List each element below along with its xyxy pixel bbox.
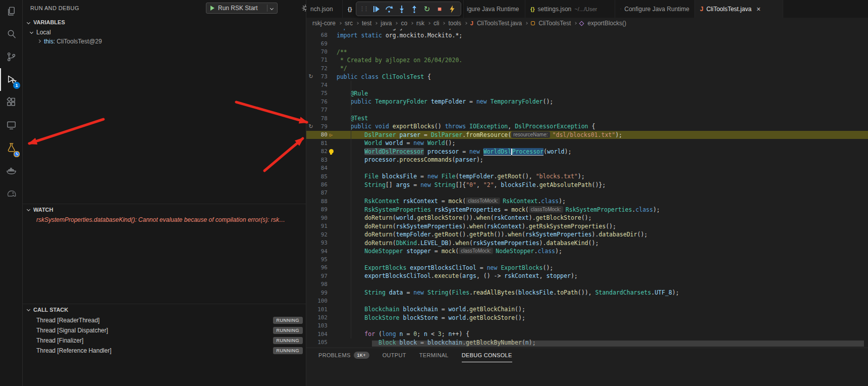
step-into-button[interactable] xyxy=(396,4,407,15)
line-number[interactable]: 78 xyxy=(315,115,328,122)
code-line-80[interactable]: 80▷DslParser parser = DslParser.fromReso… xyxy=(306,131,868,139)
call-stack-thread-row[interactable]: Thread [Reference Handler] RUNNING xyxy=(23,346,306,356)
code-line-97[interactable]: 97exportBlocksCliTool.execute(args, () -… xyxy=(306,272,868,280)
line-number[interactable]: 72 xyxy=(315,65,328,72)
activity-remote-explorer[interactable] xyxy=(0,114,22,136)
line-number[interactable]: 97 xyxy=(315,273,328,279)
code-line-85[interactable]: 85File blocksFile = new File(tempFolder.… xyxy=(306,172,868,180)
scope-local-row[interactable]: Local xyxy=(23,27,306,37)
restart-button[interactable]: ↻ xyxy=(421,4,432,15)
line-number[interactable]: 68 xyxy=(315,32,328,38)
line-number[interactable]: 89 xyxy=(315,206,328,213)
step-out-button[interactable] xyxy=(409,4,420,15)
line-number[interactable]: 96 xyxy=(315,264,328,271)
call-stack-section-header[interactable]: CALL STACK xyxy=(23,304,306,315)
tab-launch-json[interactable]: nch.json xyxy=(306,0,343,18)
drag-handle[interactable]: ⋮⋮ xyxy=(359,6,367,12)
line-number[interactable]: 69 xyxy=(315,40,328,47)
code-line-88[interactable]: 88RskContext rskContext = mock(classToMo… xyxy=(306,197,868,205)
tab-configure-java-runtime-2[interactable]: Configure Java Runtime xyxy=(615,0,695,18)
code-editor[interactable]: 67import static org.junit.Assert.*;68imp… xyxy=(306,29,868,348)
panel-tab-problems[interactable]: PROBLEMS 1K+ xyxy=(318,348,369,362)
code-line-98[interactable]: 98 xyxy=(306,280,868,288)
line-number[interactable]: 95 xyxy=(315,256,328,263)
code-line-92[interactable]: 92doReturn(tempFolder.getRoot().getPath(… xyxy=(306,230,868,238)
lightbulb-icon[interactable] xyxy=(329,149,334,154)
code-line-70[interactable]: 70/** xyxy=(306,47,868,56)
breadcrumb-symbol[interactable]: CliToolsTest xyxy=(538,20,571,27)
hot-code-replace-button[interactable] xyxy=(447,4,458,15)
breadcrumb-item[interactable]: test xyxy=(362,20,371,27)
code-line-71[interactable]: 71 * Created by ajlopez on 26/04/2020. xyxy=(306,56,868,64)
stop-button[interactable]: ■ xyxy=(434,4,445,15)
line-number[interactable]: 80 xyxy=(315,131,328,138)
line-number[interactable]: 73 xyxy=(315,73,328,80)
code-line-91[interactable]: 91doReturn(rskSystemProperties).when(rsk… xyxy=(306,222,868,230)
breadcrumb-item[interactable]: rsk xyxy=(416,20,424,27)
line-number[interactable]: 91 xyxy=(315,223,328,229)
line-number[interactable]: 77 xyxy=(315,107,328,113)
close-icon[interactable]: × xyxy=(756,5,761,13)
line-number[interactable]: 82 xyxy=(315,148,328,155)
code-line-79[interactable]: ↻79public void exportBlocks() throws IOE… xyxy=(306,122,868,130)
activity-extensions[interactable] xyxy=(0,91,22,114)
continue-button[interactable] xyxy=(371,4,382,15)
line-number[interactable]: 104 xyxy=(315,331,328,337)
variables-section-header[interactable]: VARIABLES xyxy=(23,17,306,28)
activity-gradle[interactable] xyxy=(0,182,22,205)
line-number[interactable]: 83 xyxy=(315,157,328,163)
code-line-74[interactable]: 74 xyxy=(306,81,868,89)
code-line-93[interactable]: 93doReturn(DbKind.LEVEL_DB).when(rskSyst… xyxy=(306,238,868,247)
breadcrumb-item[interactable]: rskj-core xyxy=(312,20,336,27)
line-number[interactable]: 92 xyxy=(315,231,328,238)
line-number[interactable]: 71 xyxy=(315,57,328,63)
line-number[interactable]: 88 xyxy=(315,198,328,205)
line-number[interactable]: 74 xyxy=(315,82,328,88)
line-number[interactable]: 94 xyxy=(315,248,328,255)
code-line-102[interactable]: 102BlockStore blockStore = world.getBloc… xyxy=(306,313,868,321)
code-line-84[interactable]: 84 xyxy=(306,164,868,172)
line-number[interactable]: 76 xyxy=(315,99,328,105)
horizontal-scrollbar[interactable] xyxy=(372,341,864,347)
activity-run-and-debug[interactable]: 1 xyxy=(0,68,22,91)
line-number[interactable]: 103 xyxy=(315,322,328,329)
code-line-82[interactable]: 82WorldDslProcessor processor = new Worl… xyxy=(306,148,868,156)
code-line-96[interactable]: 96ExportBlocks exportBlocksCliTool = new… xyxy=(306,264,868,272)
line-number[interactable]: 99 xyxy=(315,289,328,296)
line-number[interactable]: 101 xyxy=(315,306,328,313)
code-line-101[interactable]: 101Blockchain blockchain = world.getBloc… xyxy=(306,305,868,313)
test-state-icon[interactable]: ↻ xyxy=(306,73,315,80)
line-number[interactable]: 87 xyxy=(315,189,328,196)
code-line-89[interactable]: 89RskSystemProperties rskSystemPropertie… xyxy=(306,206,868,214)
activity-search[interactable] xyxy=(0,23,22,45)
breadcrumb-member[interactable]: exportBlocks() xyxy=(587,20,626,27)
line-number[interactable]: 100 xyxy=(315,298,328,304)
breadcrumb-file[interactable]: CliToolsTest.java xyxy=(477,20,522,27)
line-number[interactable]: 98 xyxy=(315,281,328,287)
breadcrumb-item[interactable]: tools xyxy=(448,20,461,27)
variable-this-row[interactable]: this: CliToolsTest@29 xyxy=(23,36,306,46)
line-number[interactable]: 105 xyxy=(315,339,328,346)
code-line-76[interactable]: 76public TemporaryFolder tempFolder = ne… xyxy=(306,98,868,106)
line-number[interactable]: 93 xyxy=(315,239,328,246)
activity-docker[interactable] xyxy=(0,159,22,182)
code-line-104[interactable]: 104for (long n = 0; n < 3; n++) { xyxy=(306,330,868,338)
panel-tab-debug-console[interactable]: DEBUG CONSOLE xyxy=(462,348,512,362)
code-line-68[interactable]: 68import static org.mockito.Mockito.*; xyxy=(306,31,868,39)
line-number[interactable]: 85 xyxy=(315,173,328,180)
step-over-button[interactable] xyxy=(384,4,395,15)
code-line-81[interactable]: 81World world = new World(); xyxy=(306,139,868,147)
watch-expression-error[interactable]: rskSystemProperties.databaseKind(): Cann… xyxy=(36,216,303,223)
watch-section-header[interactable]: WATCH xyxy=(23,204,306,215)
code-line-69[interactable]: 69 xyxy=(306,39,868,47)
call-stack-thread-row[interactable]: Thread [ReaderThread] RUNNING xyxy=(23,315,306,325)
breadcrumb-item[interactable]: co xyxy=(401,20,407,27)
line-number[interactable]: 79 xyxy=(315,123,328,130)
run-config-button[interactable]: Run RSK Start xyxy=(206,3,278,14)
code-line-103[interactable]: 103 xyxy=(306,322,868,330)
code-line-87[interactable]: 87 xyxy=(306,189,868,197)
line-number[interactable]: 102 xyxy=(315,314,328,321)
line-number[interactable]: 75 xyxy=(315,90,328,96)
chevron-down-icon[interactable] xyxy=(270,6,274,10)
call-stack-thread-row[interactable]: Thread [Signal Dispatcher] RUNNING xyxy=(23,325,306,335)
